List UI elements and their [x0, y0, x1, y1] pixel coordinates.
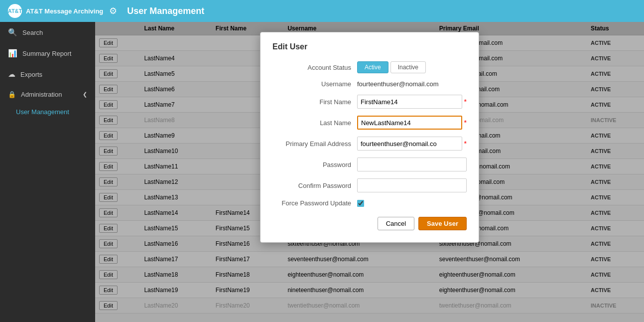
first-name-required: * — [464, 98, 467, 106]
chart-icon: 📊 — [8, 49, 17, 58]
account-status-row: Account Status Active Inactive — [272, 61, 467, 73]
account-status-label: Account Status — [272, 64, 357, 71]
app-name: AT&T Message Archiving — [26, 7, 103, 15]
primary-email-required: * — [464, 140, 467, 148]
modal-overlay: Edit User Account Status Active Inactive… — [95, 22, 644, 322]
sidebar-item-user-management[interactable]: User Management — [0, 104, 95, 120]
sidebar-exports-label: Exports — [20, 71, 42, 78]
save-user-button[interactable]: Save User — [418, 217, 467, 230]
primary-email-row: Primary Email Address * — [272, 137, 467, 151]
status-group: Active Inactive — [357, 61, 426, 73]
modal-footer: Cancel Save User — [272, 217, 467, 230]
force-password-row: Force Password Update — [272, 199, 467, 207]
cancel-button[interactable]: Cancel — [378, 217, 414, 230]
page-title: User Management — [127, 6, 204, 16]
force-password-label: Force Password Update — [272, 199, 357, 207]
sidebar-admin-label: Administration — [21, 91, 62, 98]
last-name-input-wrapper: * — [357, 116, 467, 130]
primary-email-input[interactable] — [357, 137, 462, 151]
user-management-label: User Management — [16, 108, 69, 116]
sidebar-item-search[interactable]: 🔍 Search — [0, 22, 95, 43]
primary-email-label: Primary Email Address — [272, 140, 357, 148]
search-icon: 🔍 — [8, 28, 17, 37]
confirm-password-label: Confirm Password — [272, 182, 357, 189]
edit-user-modal: Edit User Account Status Active Inactive… — [260, 32, 479, 243]
username-label: Username — [272, 80, 357, 88]
app-logo: AT&T AT&T Message Archiving — [8, 4, 103, 18]
confirm-password-row: Confirm Password — [272, 178, 467, 192]
cloud-icon: ☁ — [8, 70, 15, 79]
sidebar-item-summary[interactable]: 📊 Summary Report — [0, 43, 95, 64]
inactive-button[interactable]: Inactive — [390, 61, 426, 73]
first-name-label: First Name — [272, 98, 357, 106]
sidebar-search-label: Search — [22, 29, 43, 36]
last-name-input[interactable] — [357, 116, 462, 130]
sidebar-item-exports[interactable]: ☁ Exports — [0, 64, 95, 85]
first-name-input[interactable] — [357, 95, 462, 109]
force-password-checkbox[interactable] — [357, 200, 364, 207]
last-name-row: Last Name * — [272, 116, 467, 130]
username-value: fourteenthuser@nomail.com — [357, 80, 467, 88]
logo-icon: AT&T — [8, 4, 22, 18]
first-name-row: First Name * — [272, 95, 467, 109]
password-input[interactable] — [357, 158, 467, 171]
sidebar-summary-label: Summary Report — [22, 50, 71, 57]
username-row: Username fourteenthuser@nomail.com — [272, 80, 467, 88]
admin-left: 🔒 Administration — [8, 91, 62, 98]
sidebar: 🔍 Search 📊 Summary Report ☁ Exports 🔒 Ad… — [0, 22, 95, 322]
confirm-password-input[interactable] — [357, 178, 467, 192]
password-row: Password — [272, 158, 467, 171]
lock-icon: 🔒 — [8, 91, 16, 98]
first-name-input-wrapper: * — [357, 95, 467, 109]
primary-email-input-wrapper: * — [357, 137, 467, 151]
last-name-required: * — [464, 119, 467, 127]
gear-icon[interactable]: ⚙ — [109, 5, 117, 16]
layout: 🔍 Search 📊 Summary Report ☁ Exports 🔒 Ad… — [0, 22, 644, 322]
main-content: Last Name First Name Username Primary Em… — [95, 22, 644, 322]
active-button[interactable]: Active — [357, 61, 388, 73]
password-label: Password — [272, 161, 357, 168]
modal-title: Edit User — [272, 42, 467, 51]
topbar: AT&T AT&T Message Archiving ⚙ User Manag… — [0, 0, 644, 22]
chevron-icon: ❮ — [83, 91, 87, 98]
last-name-label: Last Name — [272, 119, 357, 127]
sidebar-item-administration[interactable]: 🔒 Administration ❮ — [0, 85, 95, 104]
